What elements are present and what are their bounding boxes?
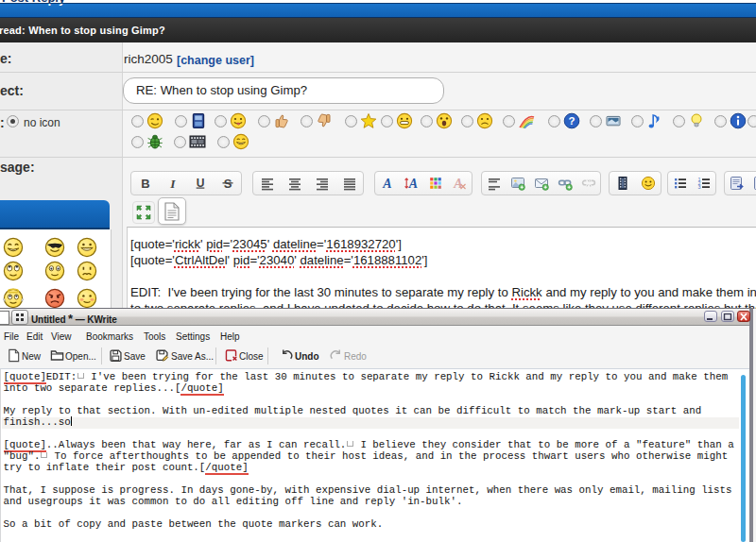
svg-text:?: ? <box>568 115 575 127</box>
svg-text:A: A <box>382 177 391 191</box>
svg-text:I: I <box>169 177 176 191</box>
svg-text:A: A <box>408 177 418 191</box>
svg-text:U: U <box>196 177 204 190</box>
svg-text:B: B <box>141 177 149 191</box>
svg-text:3: 3 <box>697 184 700 190</box>
